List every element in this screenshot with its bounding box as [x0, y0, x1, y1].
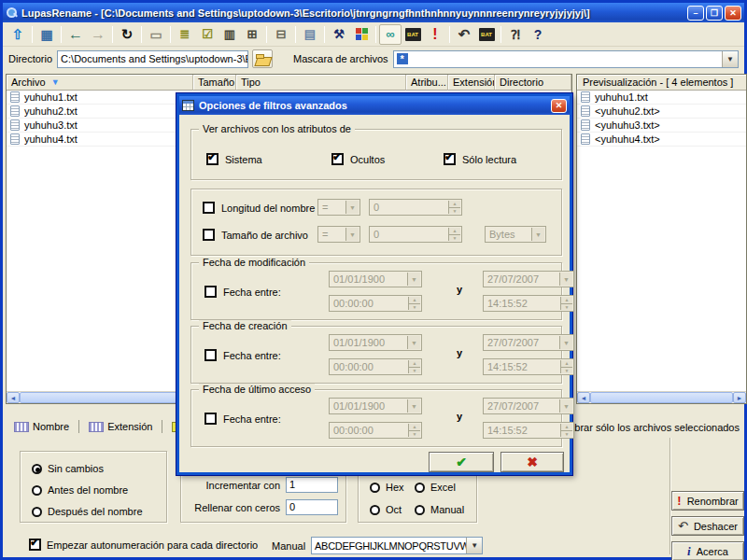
- colors-icon[interactable]: [350, 24, 373, 45]
- radio-hex[interactable]: Hex: [370, 482, 404, 493]
- from-time-spinner[interactable]: 00:00:00▲▼: [329, 422, 422, 439]
- from-date-select[interactable]: 01/01/1900▼: [329, 334, 422, 351]
- length-value-spinner[interactable]: 0▲▼: [369, 199, 462, 216]
- column-header-directorio[interactable]: Directorio: [495, 75, 571, 91]
- tools-icon[interactable]: ⚒: [328, 24, 350, 45]
- size-operator-select[interactable]: =▼: [317, 226, 360, 243]
- checkbox-tamano-archivo[interactable]: Tamaño de archivo: [203, 229, 308, 241]
- glasses-icon[interactable]: ∞: [379, 24, 402, 45]
- from-time-spinner[interactable]: 00:00:00▲▼: [329, 358, 422, 375]
- bat2-label: BAT: [479, 28, 495, 41]
- help-tools-icon[interactable]: ⁈: [504, 24, 527, 45]
- list-item[interactable]: <yuhuhu3.txt>: [577, 119, 746, 133]
- to-time-spinner[interactable]: 14:15:52▲▼: [483, 422, 574, 439]
- grid-view-icon[interactable]: ⊞: [241, 24, 263, 45]
- dialog-ok-button[interactable]: ✔: [429, 452, 494, 472]
- pad-zeros-input[interactable]: 0: [286, 499, 338, 515]
- checkbox-ocultos[interactable]: Ocultos: [331, 153, 385, 165]
- manual-alphabet-combo[interactable]: ABCDEFGHIJKLMNOPQRSTUVWX ▼: [311, 537, 483, 554]
- scroll-right-icon[interactable]: ►: [733, 392, 746, 403]
- radio-manual[interactable]: Manual: [415, 504, 464, 515]
- column-header-archivo[interactable]: Archivo▼: [7, 75, 193, 91]
- chevron-down-icon[interactable]: ▼: [466, 538, 482, 553]
- from-time-spinner[interactable]: 00:00:00▲▼: [329, 295, 422, 312]
- back-icon[interactable]: ←: [64, 24, 87, 45]
- tab-nombre[interactable]: Nombre: [8, 419, 75, 434]
- save-icon[interactable]: ▦: [35, 24, 58, 45]
- list-item[interactable]: yuhuhu1.txt: [577, 91, 746, 105]
- document-icon[interactable]: ▤: [299, 24, 321, 45]
- directory-input[interactable]: C:\Documents and Settings\uptodown-3\Esc…: [57, 50, 248, 68]
- open-folder-icon[interactable]: [252, 49, 273, 68]
- checkbox-icon: [204, 349, 217, 361]
- scroll-thumb[interactable]: [590, 392, 733, 403]
- checkbox-fecha-entre-acceso[interactable]: Fecha entre:: [204, 413, 281, 425]
- column-header-tipo[interactable]: Tipo: [236, 75, 406, 91]
- rename-bar-icon[interactable]: ▭: [145, 24, 167, 45]
- preview-name: <yuhuhu4.txt>: [595, 133, 660, 145]
- checkbox-fecha-entre-modificacion[interactable]: Fecha entre:: [204, 286, 281, 298]
- radio-antes-del-nombre[interactable]: Antes del nombre: [32, 484, 128, 496]
- bat2-icon[interactable]: BAT: [475, 24, 498, 45]
- acerca-button[interactable]: iAcerca: [671, 541, 744, 560]
- from-date-select[interactable]: 01/01/1900▼: [329, 271, 422, 287]
- maximize-button[interactable]: ❐: [706, 6, 723, 21]
- dialog-title-bar[interactable]: Opciones de filtros avanzados ✕: [179, 96, 570, 115]
- chevron-down-icon[interactable]: ▼: [722, 51, 738, 67]
- radio-despues-del-nombre[interactable]: Después del nombre: [32, 506, 143, 517]
- dialog-cancel-button[interactable]: ✖: [500, 452, 564, 472]
- to-date-select[interactable]: 27/07/2007▼: [483, 398, 574, 414]
- list-view-icon[interactable]: ≣: [174, 24, 196, 45]
- list-item[interactable]: <yuhuhu4.txt>: [577, 133, 746, 147]
- toolbar-separator: [375, 26, 376, 43]
- list-item[interactable]: <yuhuhu2.txt>: [577, 105, 746, 119]
- radio-sin-cambios[interactable]: Sin cambios: [32, 463, 104, 474]
- checkbox-fecha-entre-creacion[interactable]: Fecha entre:: [204, 349, 281, 361]
- tab-label: Nombre: [33, 421, 69, 432]
- two-pane-icon[interactable]: ▥: [218, 24, 241, 45]
- name-tab-icon: [14, 422, 29, 432]
- help-icon[interactable]: ?: [527, 24, 549, 45]
- cmd-bat-icon[interactable]: BAT: [402, 24, 424, 45]
- rename-exclamation-icon[interactable]: !: [424, 24, 446, 45]
- size-value-spinner[interactable]: 0▲▼: [369, 226, 462, 243]
- length-operator-select[interactable]: =▼: [317, 199, 360, 216]
- from-date-select[interactable]: 01/01/1900▼: [329, 398, 422, 414]
- preview-header[interactable]: Previsualización - [ 4 elementos ]: [577, 75, 746, 91]
- column-header-atributos[interactable]: Atribu...: [406, 75, 448, 91]
- directory-bar: Directorio C:\Documents and Settings\upt…: [3, 47, 744, 71]
- to-date-select[interactable]: 27/07/2007▼: [483, 334, 574, 351]
- minimize-button[interactable]: –: [687, 6, 704, 21]
- file-mask-combo[interactable]: * ▼: [393, 50, 739, 68]
- refresh-icon[interactable]: ↻: [116, 24, 138, 45]
- checkbox-sistema[interactable]: Sistema: [206, 153, 262, 165]
- close-button[interactable]: ✕: [725, 6, 741, 21]
- undo-icon[interactable]: ↶: [453, 24, 475, 45]
- radio-excel[interactable]: Excel: [415, 482, 456, 493]
- up-level-icon[interactable]: ⇧: [7, 24, 29, 45]
- checked-list-icon[interactable]: ☑: [196, 24, 218, 45]
- column-header-tamano[interactable]: Tamaño: [193, 75, 236, 91]
- to-date-select[interactable]: 27/07/2007▼: [483, 271, 574, 287]
- preview-list: yuhuhu1.txt <yuhuhu2.txt> <yuhuhu3.txt> …: [577, 91, 746, 391]
- tree-icon[interactable]: ⊟: [270, 24, 292, 45]
- preview-hscrollbar[interactable]: ◄ ►: [577, 391, 746, 403]
- renombrar-button[interactable]: !Renombrar: [671, 491, 744, 511]
- radio-icon: [415, 505, 425, 515]
- checkbox-longitud-nombre[interactable]: Longitud del nombre: [203, 202, 315, 214]
- tab-extension[interactable]: Extensión: [83, 419, 158, 434]
- scroll-left-icon[interactable]: ◄: [7, 392, 20, 403]
- column-header-extension[interactable]: Extensión: [448, 75, 495, 91]
- per-directory-checkbox[interactable]: Empezar autonumeración para cada directo…: [29, 539, 258, 551]
- deshacer-button[interactable]: ↶Deshacer: [671, 516, 744, 536]
- scroll-left-icon[interactable]: ◄: [577, 392, 590, 403]
- forward-icon[interactable]: →: [87, 24, 109, 45]
- to-time-spinner[interactable]: 14:15:52▲▼: [483, 295, 574, 312]
- size-unit-select[interactable]: Bytes▼: [485, 226, 546, 243]
- increment-input[interactable]: 1: [286, 477, 338, 493]
- dialog-close-button[interactable]: ✕: [551, 99, 567, 113]
- checkbox-solo-lectura[interactable]: Sólo lectura: [444, 153, 516, 165]
- radio-oct[interactable]: Oct: [370, 504, 402, 515]
- to-time-spinner[interactable]: 14:15:52▲▼: [483, 358, 574, 375]
- file-table-header: Archivo▼ Tamaño Tipo Atribu... Extensión…: [7, 75, 571, 91]
